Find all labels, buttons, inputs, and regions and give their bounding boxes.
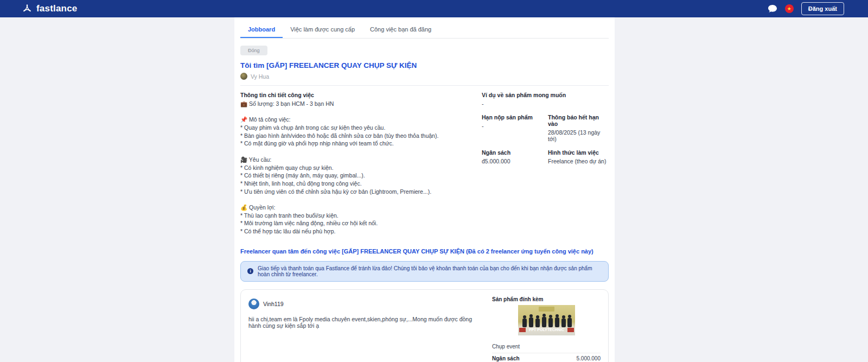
worktype-value: Freelance (theo dự án): [548, 158, 609, 164]
job-author: Vy Hua: [240, 73, 609, 80]
expire-value: 28/08/2025 (13 ngày tới): [548, 129, 609, 142]
attachment-photo[interactable]: FPT POLYTECHNIC: [518, 305, 575, 335]
offer-budget-label: Ngân sách: [492, 355, 520, 361]
applicant-user[interactable]: Vinh119: [248, 299, 483, 309]
applicant-card: Vinh119 hii a chị,team em là Fpoly media…: [240, 289, 609, 362]
applicants-section-heading: Freelancer quan tâm đến công việc [GẤP] …: [240, 248, 609, 255]
logout-button[interactable]: Đăng xuất: [801, 2, 844, 15]
applicant-message: hii a chị,team em là Fpoly media chuyên …: [248, 316, 483, 329]
job-description-text: 💼 Số lượng: 3 bạn HCM - 3 bạn HN 📌 Mô tả…: [240, 100, 471, 236]
tab-jobboard[interactable]: Jobboard: [240, 21, 283, 38]
worktype-label: Hình thức làm việc: [548, 149, 609, 156]
status-badge: Đóng: [240, 46, 267, 55]
tab-bar: Jobboard Việc làm được cung cấp Công việ…: [240, 17, 609, 39]
safety-notice-text: Giao tiếp và thanh toán qua Fastlance để…: [258, 265, 602, 277]
info-icon: i: [247, 268, 253, 274]
author-name: Vy Hua: [251, 73, 269, 80]
main-content: Jobboard Việc làm được cung cấp Công việ…: [234, 17, 615, 362]
top-navbar: fastlance ★ Đăng xuất: [0, 0, 868, 17]
applicant-offer-panel: Sản phẩm đính kèm: [492, 296, 601, 362]
brand-name: fastlance: [36, 3, 78, 14]
job-details-section: Thông tin chi tiết công việc 💼 Số lượng:…: [240, 92, 482, 236]
tab-posted-jobs[interactable]: Công việc bạn đã đăng: [362, 21, 439, 38]
tab-offered-jobs[interactable]: Việc làm được cung cấp: [283, 21, 362, 38]
deadline-label: Hạn nộp sản phẩm: [482, 114, 548, 120]
job-details-heading: Thông tin chi tiết công việc: [240, 92, 471, 98]
brand-logo[interactable]: fastlance: [22, 3, 78, 14]
example-product-label: Ví dụ về sản phẩm mong muốn: [482, 92, 609, 98]
applicant-username: Vinh119: [263, 301, 284, 307]
deadline-value: -: [482, 123, 548, 129]
job-title: Tôi tìm [GẤP] FREELANCER QUAY CHỤP SỰ KI…: [240, 61, 609, 69]
applicant-avatar: [248, 299, 259, 309]
header-divider: [240, 85, 609, 86]
chat-bubble-icon[interactable]: [768, 4, 777, 13]
author-avatar: [240, 73, 247, 80]
job-meta-panel: Ví dụ về sản phẩm mong muốn - Hạn nộp sả…: [482, 92, 609, 236]
budget-label: Ngân sách: [482, 149, 548, 156]
attachment-caption: Chụp event: [492, 340, 601, 353]
offer-budget-row: Ngân sách 5.000.000: [492, 353, 601, 362]
expire-label: Thông báo hết hạn vào: [548, 114, 609, 127]
safety-notice-banner: i Giao tiếp và thanh toán qua Fastlance …: [240, 261, 609, 282]
attachment-label: Sản phẩm đính kèm: [492, 296, 601, 302]
offer-budget-value: 5.000.000: [577, 355, 601, 361]
vietnam-flag-icon[interactable]: ★: [785, 4, 794, 13]
budget-value: đ5.000.000: [482, 158, 548, 164]
example-product-value: -: [482, 100, 609, 107]
svg-text:FPT POLYTECHNIC: FPT POLYTECHNIC: [529, 328, 564, 332]
fastlance-logo-icon: [22, 3, 33, 14]
